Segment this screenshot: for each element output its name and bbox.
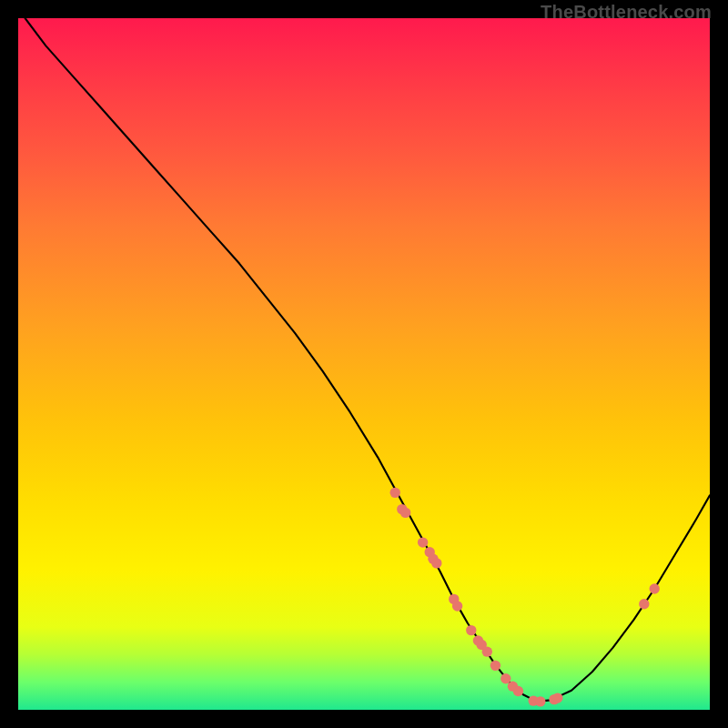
data-point — [482, 646, 492, 656]
chart-overlay-svg — [18, 18, 710, 710]
data-point — [639, 599, 649, 609]
data-point — [452, 601, 462, 611]
data-point — [535, 696, 545, 706]
bottleneck-curve — [25, 18, 710, 702]
data-point — [390, 488, 400, 498]
watermark-text: TheBottleneck.com — [541, 2, 712, 23]
data-point — [552, 693, 562, 703]
marked-points-group — [390, 488, 660, 707]
data-point — [490, 661, 500, 671]
data-point — [431, 558, 441, 568]
data-point — [418, 537, 428, 547]
data-point — [466, 625, 476, 635]
data-point — [650, 583, 660, 593]
data-point — [400, 508, 410, 518]
chart-stage: TheBottleneck.com — [0, 0, 728, 728]
data-point — [513, 686, 523, 696]
